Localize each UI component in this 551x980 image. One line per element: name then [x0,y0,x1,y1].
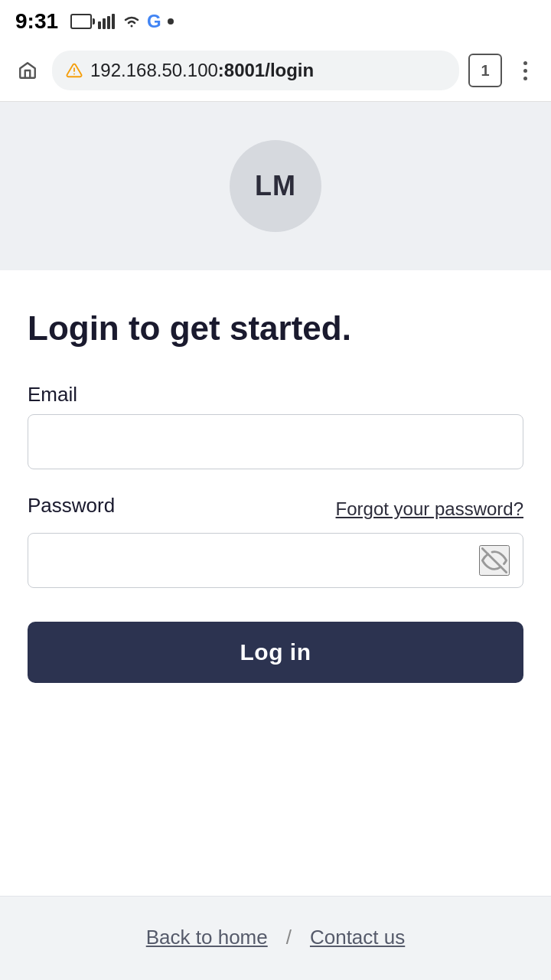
toggle-password-visibility-button[interactable] [479,545,510,576]
security-warning-icon [66,62,83,79]
forgot-password-link[interactable]: Forgot your password? [336,498,523,520]
login-button[interactable]: Log in [28,622,523,683]
footer-section: Back to home / Contact us [0,896,551,980]
footer-divider: / [286,926,292,949]
svg-point-5 [73,74,75,75]
menu-dot-2 [523,69,527,73]
network-type-icon: G [147,11,161,32]
svg-rect-3 [112,14,115,29]
menu-dot-3 [523,77,527,80]
status-icons: G [70,11,174,32]
browser-toolbar: 192.168.50.100:8001/login 1 [0,43,551,102]
eye-off-icon [481,547,507,573]
password-label: Password [28,494,115,518]
email-field-group: Email [28,383,523,469]
battery-icon [70,14,92,29]
svg-rect-0 [98,21,101,29]
login-form-section: Login to get started. Email Password For… [0,270,551,896]
signal-icon [98,14,116,29]
home-button[interactable] [12,55,43,86]
wifi-icon [122,14,141,29]
login-heading: Login to get started. [28,309,523,349]
password-wrapper [28,533,523,588]
notification-dot [168,18,174,24]
email-input[interactable] [28,414,523,469]
hero-section: LM [0,102,551,270]
status-time: 9:31 [15,9,58,34]
svg-rect-2 [107,16,110,29]
password-field-group: Password Forgot your password? [28,494,523,588]
logo-initials: LM [255,170,296,202]
address-bar[interactable]: 192.168.50.100:8001/login [52,51,459,90]
menu-dot-1 [523,61,527,65]
email-label: Email [28,383,523,407]
logo-avatar: LM [230,140,321,232]
address-text: 192.168.50.100:8001/login [90,60,445,81]
password-input[interactable] [28,533,523,588]
password-label-row: Password Forgot your password? [28,494,523,525]
contact-us-link[interactable]: Contact us [310,926,405,949]
status-bar: 9:31 G [0,0,551,43]
browser-menu-button[interactable] [511,57,539,84]
svg-rect-1 [103,18,106,29]
home-icon [18,60,37,80]
tab-switcher-button[interactable]: 1 [468,54,502,87]
back-to-home-link[interactable]: Back to home [146,926,268,949]
